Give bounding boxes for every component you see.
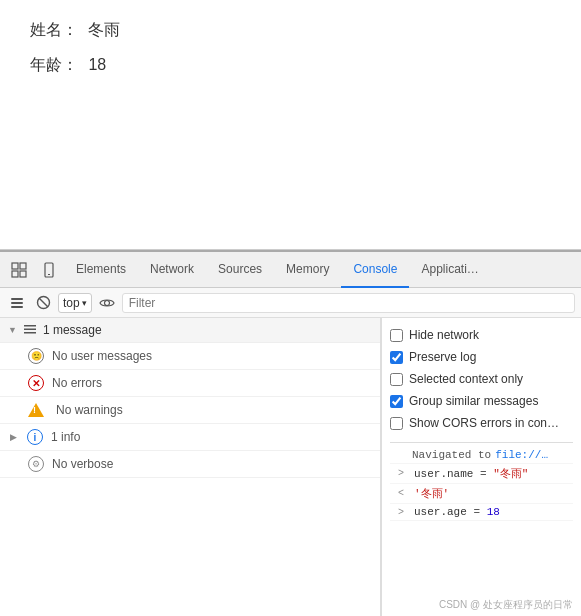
log-no-warnings: No warnings [0, 397, 380, 424]
error-icon: ✕ [28, 375, 44, 391]
console-area: ▼ 1 message 🙁 No user messages ✕ [0, 318, 581, 616]
output-arrow-2: > [398, 507, 410, 518]
messages-section: ▼ 1 message [0, 318, 380, 343]
svg-rect-14 [24, 332, 36, 334]
page-content: 姓名： 冬雨 年龄： 18 [0, 0, 581, 250]
clear-console-button[interactable] [6, 292, 28, 314]
messages-label: 1 message [43, 323, 102, 337]
verbose-icon: ⚙ [28, 456, 44, 472]
devtools-panel: Elements Network Sources Memory Console … [0, 250, 581, 616]
no-user-messages-label: No user messages [52, 349, 152, 363]
selected-context-label[interactable]: Selected context only [409, 372, 523, 386]
group-similar-label[interactable]: Group similar messages [409, 394, 538, 408]
svg-rect-12 [24, 325, 36, 327]
list-icon [23, 323, 37, 337]
console-toolbar: top ▾ [0, 288, 581, 318]
no-verbose-label: No verbose [52, 457, 113, 471]
svg-rect-3 [20, 271, 26, 277]
navigated-text: Navigated to [412, 449, 491, 461]
selected-context-checkbox[interactable] [390, 373, 403, 386]
eye-icon-button[interactable] [96, 292, 118, 314]
tab-application[interactable]: Applicati… [409, 252, 490, 288]
console-line-username-assign: > user.name = "冬雨" [390, 464, 573, 484]
svg-rect-6 [11, 298, 23, 300]
expand-info-icon: ▶ [10, 432, 17, 442]
hide-network-checkbox[interactable] [390, 329, 403, 342]
group-similar-checkbox[interactable] [390, 395, 403, 408]
age-field: 年龄： 18 [30, 55, 551, 76]
settings-panel: Hide network Preserve log Selected conte… [381, 318, 581, 616]
cors-errors-checkbox[interactable] [390, 417, 403, 430]
tab-elements[interactable]: Elements [64, 252, 138, 288]
watermark: CSDN @ 处女座程序员的日常 [439, 598, 573, 612]
group-similar-row: Group similar messages [390, 390, 573, 412]
username-result-text: '冬雨' [414, 486, 449, 501]
cors-errors-row: Show CORS errors in con… [390, 412, 573, 434]
context-selector[interactable]: top ▾ [58, 293, 92, 313]
log-no-errors: ✕ No errors [0, 370, 380, 397]
messages-header[interactable]: ▼ 1 message [0, 318, 380, 342]
info-label: 1 info [51, 430, 80, 444]
svg-rect-1 [20, 263, 26, 269]
expand-icon: ▼ [8, 325, 17, 335]
log-no-user-messages: 🙁 No user messages [0, 343, 380, 370]
svg-rect-13 [24, 329, 36, 331]
tab-console[interactable]: Console [341, 252, 409, 288]
selected-context-row: Selected context only [390, 368, 573, 390]
no-errors-label: No errors [52, 376, 102, 390]
name-label: 姓名： [30, 21, 78, 38]
tab-network[interactable]: Network [138, 252, 206, 288]
tab-sources[interactable]: Sources [206, 252, 274, 288]
preserve-log-checkbox[interactable] [390, 351, 403, 364]
name-field: 姓名： 冬雨 [30, 20, 551, 41]
console-line-age-assign: > user.age = 18 [390, 504, 573, 521]
age-label: 年龄： [30, 56, 78, 73]
svg-line-10 [39, 298, 48, 307]
age-value: 18 [88, 56, 106, 73]
info-icon: i [27, 429, 43, 445]
navigated-link[interactable]: file://… [495, 449, 548, 461]
warning-icon [28, 402, 44, 418]
no-warnings-label: No warnings [56, 403, 123, 417]
user-icon: 🙁 [28, 348, 44, 364]
chevron-down-icon: ▾ [82, 298, 87, 308]
svg-rect-0 [12, 263, 18, 269]
log-list: ▼ 1 message 🙁 No user messages ✕ [0, 318, 381, 616]
output-arrow-1: > [398, 468, 410, 479]
console-line-username-result: < '冬雨' [390, 484, 573, 504]
filter-input[interactable] [122, 293, 575, 313]
console-output: Navigated to file://… > user.name = "冬雨"… [390, 442, 573, 525]
svg-rect-8 [11, 306, 23, 308]
svg-rect-2 [12, 271, 18, 277]
svg-rect-7 [11, 302, 23, 304]
preserve-log-label[interactable]: Preserve log [409, 350, 476, 364]
username-assign-text: user.name = "冬雨" [414, 466, 528, 481]
result-arrow-1: < [398, 488, 410, 499]
name-value: 冬雨 [88, 21, 120, 38]
age-assign-text: user.age = 18 [414, 506, 500, 518]
hide-network-row: Hide network [390, 324, 573, 346]
devtools-inspect-icon[interactable] [4, 255, 34, 285]
log-no-verbose: ⚙ No verbose [0, 451, 380, 478]
hide-network-label[interactable]: Hide network [409, 328, 479, 342]
ban-icon-button[interactable] [32, 292, 54, 314]
preserve-log-row: Preserve log [390, 346, 573, 368]
cors-errors-label[interactable]: Show CORS errors in con… [409, 416, 559, 430]
tab-memory[interactable]: Memory [274, 252, 341, 288]
tab-bar: Elements Network Sources Memory Console … [0, 252, 581, 288]
console-line-navigated: Navigated to file://… [390, 447, 573, 464]
devtools-phone-icon[interactable] [34, 255, 64, 285]
svg-point-11 [104, 300, 109, 305]
log-info[interactable]: ▶ i 1 info [0, 424, 380, 451]
